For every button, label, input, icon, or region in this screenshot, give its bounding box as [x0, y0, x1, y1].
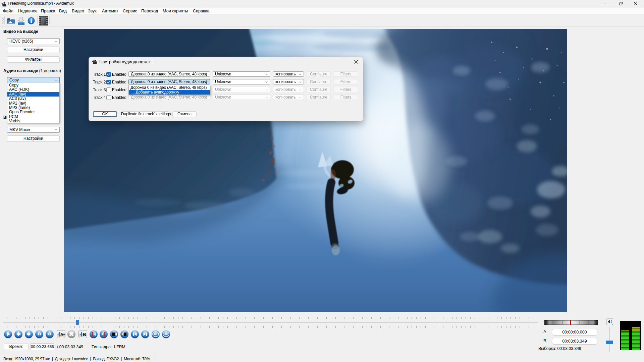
svg-text:B: B [83, 332, 86, 337]
svg-text:60: 60 [164, 333, 168, 336]
svg-text:60: 60 [154, 333, 157, 336]
svg-text:A: A [60, 332, 64, 337]
